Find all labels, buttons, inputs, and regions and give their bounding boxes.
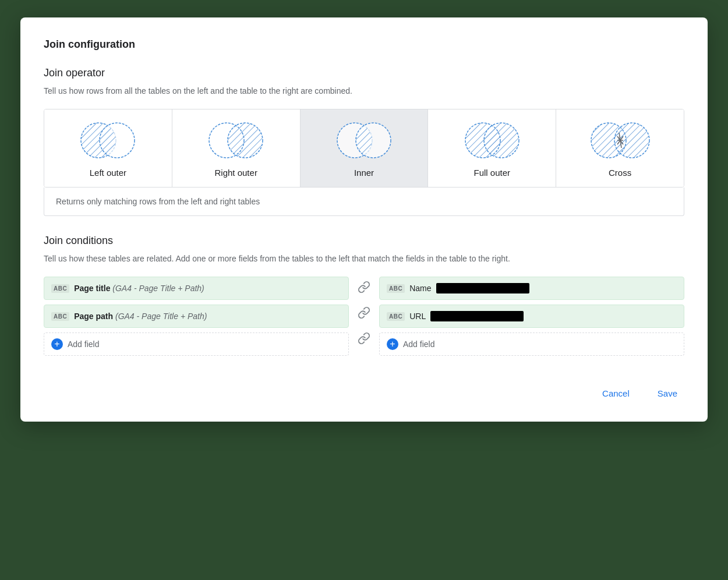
right-field-1-value xyxy=(436,283,529,293)
add-left-field-label: Add field xyxy=(68,339,99,349)
venn-right-outer xyxy=(201,120,271,161)
modal-overlay: Join configuration Join operator Tell us… xyxy=(0,0,728,580)
link-icon-3 xyxy=(354,328,374,349)
dialog-title: Join configuration xyxy=(44,38,684,51)
venn-left-outer xyxy=(73,120,143,161)
right-field-1-type: ABC xyxy=(387,284,405,293)
right-field-2-type: ABC xyxy=(387,312,405,321)
right-fields-col: ABC Name ABC URL + Add field xyxy=(379,277,684,356)
join-conditions-title: Join conditions xyxy=(44,235,684,247)
right-field-2[interactable]: ABC URL xyxy=(379,305,684,328)
link-icon-2 xyxy=(354,302,374,323)
conditions-layout: ABC Page title (GA4 - Page Title + Path)… xyxy=(44,277,684,356)
venn-inner xyxy=(329,120,399,161)
venn-cross xyxy=(585,120,655,161)
right-field-1-name: Name xyxy=(409,284,431,293)
left-field-1-type: ABC xyxy=(51,284,69,293)
join-operator-title: Join operator xyxy=(44,67,684,79)
join-option-left-outer[interactable]: Left outer xyxy=(44,109,172,187)
add-right-field-label: Add field xyxy=(403,339,434,349)
join-option-full-outer-label: Full outer xyxy=(474,168,511,178)
join-option-full-outer[interactable]: Full outer xyxy=(428,109,556,187)
left-fields-col: ABC Page title (GA4 - Page Title + Path)… xyxy=(44,277,349,356)
link-icons-col xyxy=(349,277,379,349)
join-conditions-section: Join conditions Tell us how these tables… xyxy=(44,235,684,356)
add-right-field-icon: + xyxy=(387,338,398,350)
join-option-inner[interactable]: Inner xyxy=(301,109,429,187)
right-field-2-name: URL xyxy=(409,312,426,321)
left-field-1[interactable]: ABC Page title (GA4 - Page Title + Path) xyxy=(44,277,349,300)
svg-point-8 xyxy=(228,123,263,158)
add-left-field-icon: + xyxy=(51,338,63,350)
save-button[interactable]: Save xyxy=(651,384,684,403)
join-option-left-outer-label: Left outer xyxy=(90,168,126,178)
join-option-cross[interactable]: Cross xyxy=(556,109,684,187)
svg-point-17 xyxy=(484,123,519,158)
join-selected-description: Returns only matching rows from the left… xyxy=(44,188,684,216)
left-field-2[interactable]: ABC Page path (GA4 - Page Title + Path) xyxy=(44,305,349,328)
right-field-1[interactable]: ABC Name xyxy=(379,277,684,300)
cancel-button[interactable]: Cancel xyxy=(595,384,637,403)
left-field-1-text: Page title (GA4 - Page Title + Path) xyxy=(74,284,204,293)
dialog-actions: Cancel Save xyxy=(44,374,684,403)
join-conditions-desc: Tell us how these tables are related. Ad… xyxy=(44,253,684,265)
left-field-2-type: ABC xyxy=(51,312,69,321)
join-config-dialog: Join configuration Join operator Tell us… xyxy=(20,17,708,422)
join-option-right-outer[interactable]: Right outer xyxy=(172,109,301,187)
join-option-cross-label: Cross xyxy=(609,168,631,178)
join-options-container: Left outer xyxy=(44,109,684,188)
add-left-field-btn[interactable]: + Add field xyxy=(44,333,349,356)
right-field-2-value xyxy=(430,311,524,321)
add-right-field-btn[interactable]: + Add field xyxy=(379,333,684,356)
left-field-2-text: Page path (GA4 - Page Title + Path) xyxy=(74,312,207,321)
join-option-right-outer-label: Right outer xyxy=(215,168,257,178)
join-operator-desc: Tell us how rows from all the tables on … xyxy=(44,85,684,97)
join-option-inner-label: Inner xyxy=(354,168,374,178)
link-icon-1 xyxy=(354,277,374,298)
venn-full-outer xyxy=(457,120,527,161)
